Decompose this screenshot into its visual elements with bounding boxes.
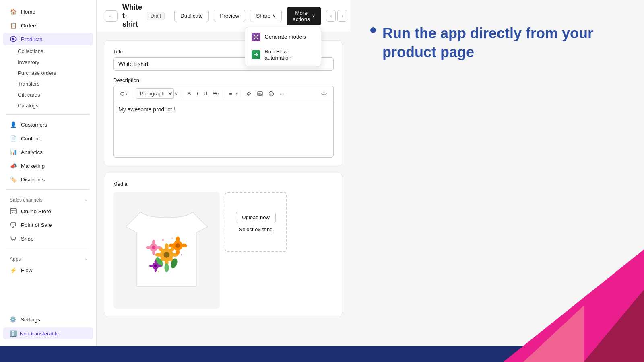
customers-icon: 👤 <box>10 121 17 128</box>
sidebar-item-content[interactable]: 📄 Content <box>3 132 93 145</box>
code-view-button[interactable]: <> <box>319 89 329 98</box>
more-actions-dropdown: Generate models Run Flow automation <box>245 27 321 66</box>
sidebar-item-products[interactable]: Products <box>3 33 93 45</box>
svg-rect-4 <box>11 223 16 226</box>
duplicate-button[interactable]: Duplicate <box>174 10 209 22</box>
run-flow-icon <box>252 50 260 59</box>
sidebar-item-point-of-sale[interactable]: Point of Sale <box>3 218 93 231</box>
svg-point-9 <box>121 92 124 95</box>
flow-icon: ⚡ <box>10 267 17 274</box>
sidebar-item-purchase-orders[interactable]: Purchase orders <box>3 68 93 78</box>
discounts-icon: 🏷️ <box>10 176 17 183</box>
home-icon: 🏠 <box>10 8 17 15</box>
sidebar-item-settings[interactable]: ⚙️ Settings <box>3 313 93 325</box>
toolbar-divider-4 <box>241 90 241 97</box>
sales-channels-expand-icon[interactable]: › <box>85 198 87 202</box>
main-panel: ← White t-shirt Draft Duplicate Preview … <box>97 0 350 346</box>
svg-point-1 <box>12 38 14 40</box>
svg-rect-10 <box>258 92 262 96</box>
media-upload-box[interactable]: Upload new Select existing <box>225 192 287 252</box>
sidebar-item-catalogs[interactable]: Catalogs <box>3 101 93 111</box>
svg-point-28 <box>152 250 155 255</box>
italic-button[interactable]: I <box>194 89 200 98</box>
more-format-button[interactable]: ··· <box>277 89 287 98</box>
svg-point-5 <box>12 240 12 241</box>
media-grid: Upload new Select existing <box>113 192 334 309</box>
sidebar-divider-1 <box>6 114 90 115</box>
promo-text: Run the app directly from your product p… <box>382 24 624 62</box>
sidebar-item-shop[interactable]: Shop <box>3 232 93 245</box>
sidebar-item-transfers[interactable]: Transfers <box>3 79 93 89</box>
bold-button[interactable]: B <box>185 89 193 98</box>
svg-point-14 <box>272 93 272 93</box>
apps-expand-icon[interactable]: › <box>85 257 87 261</box>
sidebar-item-online-store[interactable]: Online Store <box>3 205 93 218</box>
non-transferable-item[interactable]: ℹ️ Non-transferable <box>3 327 93 339</box>
strikethrough-button[interactable]: S A <box>211 89 221 98</box>
sidebar-item-home[interactable]: 🏠 Home <box>3 5 93 18</box>
page-title: White t-shirt <box>122 3 142 29</box>
svg-point-44 <box>149 265 153 267</box>
sidebar-item-customers[interactable]: 👤 Customers <box>3 118 93 131</box>
underline-button[interactable]: U <box>201 89 210 98</box>
sidebar-item-collections[interactable]: Collections <box>3 46 93 56</box>
run-flow-item[interactable]: Run Flow automation <box>247 45 319 64</box>
marketing-icon: 📣 <box>10 162 17 169</box>
sidebar-item-analytics[interactable]: 📊 Analytics <box>3 146 93 158</box>
nav-prev-button[interactable]: ‹ <box>326 10 336 22</box>
align-button[interactable]: ≡ <box>227 89 235 98</box>
paragraph-select[interactable]: Paragraph <box>136 88 174 99</box>
svg-point-46 <box>162 239 164 241</box>
svg-point-16 <box>163 252 169 258</box>
page-header: ← White t-shirt Draft Duplicate Preview … <box>97 0 350 32</box>
draft-badge: Draft <box>147 12 165 20</box>
preview-button[interactable]: Preview <box>214 10 245 22</box>
svg-point-30 <box>156 246 161 249</box>
sidebar-item-flow[interactable]: ⚡ Flow <box>3 264 93 277</box>
description-label: Description <box>113 77 334 83</box>
apps-section: Apps › <box>0 252 96 263</box>
nav-next-button[interactable]: › <box>337 10 347 22</box>
svg-rect-2 <box>10 208 16 214</box>
sidebar-item-gift-cards[interactable]: Gift cards <box>3 90 93 100</box>
sidebar-item-inventory[interactable]: Inventory <box>3 57 93 67</box>
sidebar-item-orders[interactable]: 📋 Orders <box>3 19 93 32</box>
bullet-point: Run the app directly from your product p… <box>370 24 624 62</box>
tshirt-image <box>113 192 220 309</box>
sidebar-divider-3 <box>6 249 90 249</box>
sidebar-item-discounts[interactable]: 🏷️ Discounts <box>3 173 93 186</box>
svg-point-12 <box>269 91 273 96</box>
upload-new-button[interactable]: Upload new <box>236 212 276 223</box>
select-existing-text[interactable]: Select existing <box>239 226 273 232</box>
svg-point-43 <box>154 268 157 272</box>
svg-point-17 <box>165 243 168 250</box>
svg-point-47 <box>171 237 173 239</box>
back-button[interactable]: ← <box>105 10 118 22</box>
online-store-icon <box>10 208 17 215</box>
toolbar-format-btn[interactable]: ∨ <box>118 89 130 98</box>
image-insert-button[interactable] <box>255 89 265 98</box>
svg-point-33 <box>176 236 180 242</box>
description-body[interactable]: My awesome product ! <box>113 101 334 158</box>
svg-point-34 <box>176 249 180 255</box>
media-label: Media <box>113 181 334 187</box>
svg-point-35 <box>168 244 174 247</box>
content-icon: 📄 <box>10 135 17 142</box>
svg-point-45 <box>157 265 161 267</box>
svg-rect-3 <box>12 212 13 213</box>
page-content: Title Description ∨ Paragraph <box>97 32 350 331</box>
emoji-button[interactable] <box>266 89 277 98</box>
more-actions-button[interactable]: More actions ∨ <box>287 7 321 25</box>
settings-icon: ⚙️ <box>10 316 17 323</box>
sidebar-item-marketing[interactable]: 📣 Marketing <box>3 159 93 172</box>
share-button[interactable]: Share ∨ <box>250 10 282 22</box>
promo-panel: Run the app directly from your product p… <box>350 0 644 346</box>
content-area: ← White t-shirt Draft Duplicate Preview … <box>97 0 644 346</box>
svg-point-6 <box>14 240 14 241</box>
more-actions-wrapper: More actions ∨ Generate models <box>287 7 321 25</box>
link-button[interactable] <box>244 89 254 98</box>
products-icon <box>10 35 17 43</box>
more-actions-chevron-icon: ∨ <box>312 13 315 19</box>
sidebar-divider-2 <box>6 189 90 190</box>
generate-models-item[interactable]: Generate models <box>247 29 319 45</box>
